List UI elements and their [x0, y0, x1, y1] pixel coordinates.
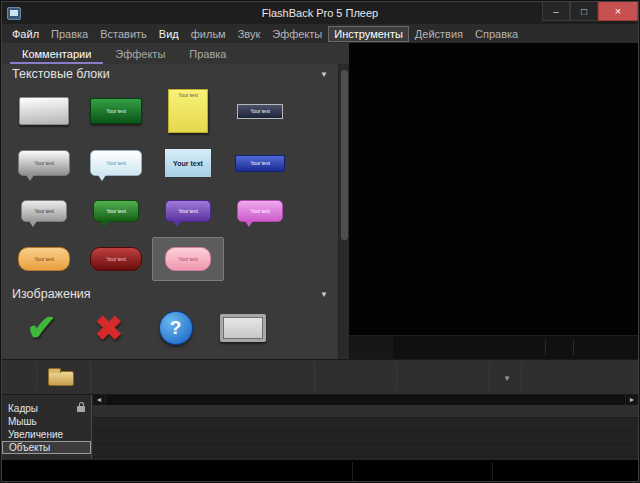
video-bottom-strip — [349, 335, 639, 359]
timeline-lane-frames[interactable] — [93, 405, 638, 418]
text-block-thumb: Your text — [90, 247, 142, 271]
text-block-thumb: Your text — [18, 247, 70, 271]
text-block-item[interactable]: Your text — [80, 84, 152, 138]
tab-effects[interactable]: Эффекты — [103, 43, 177, 64]
track-label: Кадры — [8, 403, 38, 414]
menu-item-help[interactable]: Справка — [469, 26, 524, 42]
timeline-lane-objects[interactable] — [93, 444, 638, 457]
text-block-label: Your text — [106, 209, 126, 214]
timeline-area[interactable]: ◄ ► — [93, 395, 638, 459]
panel-scrollbar[interactable] — [338, 64, 349, 359]
section-images[interactable]: Изображения ▼ — [2, 284, 338, 304]
menu-item-file[interactable]: Файл — [6, 26, 45, 42]
folder-icon — [48, 371, 74, 386]
cross-icon: ✖ — [94, 308, 123, 348]
timeline-lane-zoom[interactable] — [93, 431, 638, 444]
image-item-check[interactable]: ✔ — [8, 307, 75, 349]
scroll-left-icon[interactable]: ◄ — [93, 395, 105, 405]
text-block-label: Your text — [250, 209, 270, 214]
video-preview — [349, 43, 639, 359]
text-block-label: Your text — [106, 257, 126, 262]
text-block-item[interactable]: Your text — [8, 138, 80, 188]
menu-item-insert[interactable]: Вставить — [94, 26, 153, 42]
text-block-item[interactable] — [8, 84, 80, 138]
app-window: FlashBack Pro 5 Плеер – □ × Файл Правка … — [1, 1, 639, 482]
text-block-item[interactable]: Your text — [80, 188, 152, 234]
menu-item-edit[interactable]: Правка — [45, 26, 94, 42]
text-block-item[interactable]: Your text — [80, 234, 152, 284]
frame-icon — [220, 314, 266, 342]
image-item-frame[interactable] — [209, 314, 276, 342]
text-block-label: Your text — [178, 257, 198, 262]
text-block-thumb — [19, 97, 69, 125]
tab-bar: Комментарии Эффекты Правка — [2, 43, 349, 64]
toolbar-separator — [489, 363, 490, 391]
toolbar-dropdown-button[interactable]: ▾ — [494, 368, 520, 388]
divider — [352, 462, 353, 481]
track-row-frames[interactable]: Кадры — [2, 402, 91, 415]
text-block-item[interactable]: Your text — [152, 188, 224, 234]
text-block-thumb: Your text — [165, 247, 211, 271]
check-icon: ✔ — [26, 307, 56, 349]
collapse-icon: ▼ — [320, 70, 328, 79]
text-block-thumb: Your text — [90, 98, 142, 124]
title-bar[interactable]: FlashBack Pro 5 Плеер – □ × — [2, 2, 638, 24]
text-block-label: Your text — [250, 109, 270, 114]
text-block-label: Your text — [106, 109, 126, 114]
status-bar — [2, 459, 638, 482]
minimize-button[interactable]: – — [542, 2, 570, 21]
timeline-hscrollbar[interactable]: ◄ ► — [93, 395, 638, 405]
text-block-thumb: Your text — [168, 89, 208, 133]
tab-comments[interactable]: Комментарии — [10, 43, 103, 64]
text-block-item[interactable]: Your text — [8, 188, 80, 234]
text-block-thumb: Your text — [235, 155, 285, 172]
image-item-question[interactable]: ? — [142, 311, 209, 345]
menu-bar: Файл Правка Вставить Вид фильм Звук Эффе… — [2, 24, 638, 43]
collapse-icon: ▼ — [320, 290, 328, 299]
menu-item-tools[interactable]: Инструменты — [328, 26, 409, 42]
text-block-thumb: Your text — [165, 200, 211, 222]
text-block-item[interactable]: Your text — [224, 188, 296, 234]
text-block-row: Your text Your text Your text Your text — [2, 188, 338, 234]
timeline-toolbar: ▾ — [2, 359, 638, 395]
section-title: Текстовые блоки — [12, 67, 110, 81]
text-block-label: Your text — [106, 161, 126, 166]
divider — [492, 462, 493, 481]
text-block-item[interactable]: Your text — [224, 138, 296, 188]
text-block-item[interactable]: Your text — [152, 84, 224, 138]
track-row-zoom[interactable]: Увеличение — [2, 428, 91, 441]
text-block-label: Your text — [178, 209, 198, 214]
text-block-thumb: Your text — [165, 149, 211, 177]
timeline-lane-mouse[interactable] — [93, 418, 638, 431]
section-text-blocks[interactable]: Текстовые блоки ▼ — [2, 64, 338, 84]
text-block-item[interactable]: Your text — [80, 138, 152, 188]
scrollbar-thumb[interactable] — [341, 70, 348, 240]
track-row-mouse[interactable]: Мышь — [2, 415, 91, 428]
menu-item-effects[interactable]: Эффекты — [266, 26, 328, 42]
text-block-item[interactable]: Your text — [8, 234, 80, 284]
text-block-label: Your text — [34, 161, 54, 166]
menu-item-view[interactable]: Вид — [153, 26, 185, 42]
maximize-button[interactable]: □ — [570, 2, 598, 21]
close-button[interactable]: × — [598, 2, 638, 21]
menu-item-sound[interactable]: Звук — [232, 26, 267, 42]
menu-item-actions[interactable]: Действия — [409, 26, 469, 42]
open-file-button[interactable] — [44, 366, 78, 390]
chevron-down-icon: ▾ — [505, 373, 510, 383]
track-label: Мышь — [8, 416, 37, 427]
text-block-item[interactable]: Your text — [152, 138, 224, 188]
toolbar-separator — [36, 363, 37, 391]
text-block-item[interactable]: Your text — [224, 84, 296, 138]
text-block-row: Your text Your text Your text — [2, 84, 338, 138]
image-item-cross[interactable]: ✖ — [75, 308, 142, 348]
text-block-item-selected[interactable]: Your text — [152, 237, 224, 281]
scroll-right-icon[interactable]: ► — [626, 395, 638, 405]
track-label: Объекты — [9, 442, 50, 453]
track-row-objects[interactable]: Объекты — [2, 441, 91, 454]
hscroll-track[interactable] — [105, 395, 626, 405]
tab-edit[interactable]: Правка — [177, 43, 238, 64]
menu-item-movie[interactable]: фильм — [185, 26, 232, 42]
text-block-thumb: Your text — [90, 150, 142, 176]
video-bottom-block — [349, 336, 393, 359]
text-block-row: Your text Your text Your text Your text — [2, 138, 338, 188]
